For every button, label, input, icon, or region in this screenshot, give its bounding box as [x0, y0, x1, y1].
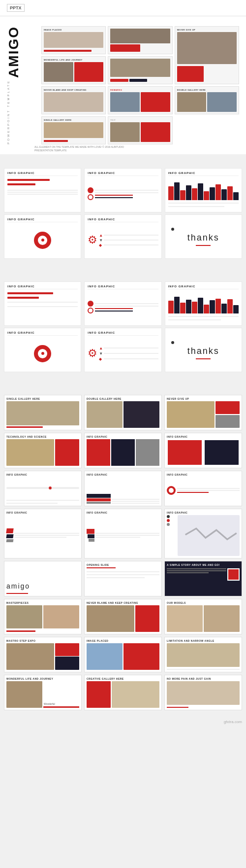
preview-wonderful[interactable]: WONDERFUL LIFE AND JOURNEY Wonderful	[4, 675, 82, 710]
info-card-4-title: INFO GRAPHIC	[7, 218, 78, 222]
section-gap-2	[0, 263, 246, 278]
preview-single-gallery[interactable]: SINGLE GALLERY HERE	[4, 395, 82, 430]
hero-branding: AMIGO POWERPOINT TEMPLATE	[7, 26, 36, 144]
watermark-bar: gfxtra.com	[0, 714, 246, 727]
preview-opening-slide[interactable]: OPENING SLIDE	[84, 561, 162, 596]
preview-info-iso2[interactable]: INFO GRAPHIC	[84, 509, 162, 558]
section-gap-1	[0, 154, 246, 164]
thanks-bar-1	[196, 245, 211, 246]
preview-limitation[interactable]: LIMITATION AND NARROW ANGLE	[164, 637, 242, 672]
section-gap-3	[0, 376, 246, 391]
preview-info-progress[interactable]: INFO GRAPHIC	[4, 471, 82, 506]
thanks-card-2: thanks	[165, 328, 242, 372]
preview-info-iso[interactable]: INFO GRAPHIC	[4, 509, 82, 558]
page-header: PPTX	[0, 0, 246, 16]
hero-slide-grid: IMAGE PLACED NEVER GIVE UP WONDERFUL LIF…	[41, 26, 239, 144]
preview-story[interactable]: A SIMPLE STORY ABOUT ME AND GO!	[164, 561, 242, 596]
preview-mastro[interactable]: MASTRO STEP EXPO	[4, 637, 82, 672]
slide-thumb-2[interactable]	[108, 26, 172, 54]
preview-never-blame[interactable]: NEVER BLAME AND KEEP CREATING	[84, 599, 162, 634]
watermark-text: gfxtra.com	[224, 720, 242, 724]
info-card-2-3: INFO GRAPHIC	[165, 281, 242, 326]
info-card-2-4: INFO GRAPHIC	[4, 328, 81, 372]
info-card-3: INFO GRAPHIC	[165, 168, 242, 212]
bottom-preview-grid: SINGLE GALLERY HERE DOUBLE GALLERY HERE …	[0, 391, 246, 714]
brand-title: AMIGO	[7, 26, 36, 78]
thanks-text-2: thanks	[187, 346, 219, 356]
info-card-2-5: INFO GRAPHIC ⚙ ▲ ▼ ◆	[84, 328, 161, 372]
slide-thumb-5[interactable]	[108, 56, 172, 84]
slide-thumb-1[interactable]: IMAGE PLACED	[41, 26, 106, 54]
hero-section: AMIGO POWERPOINT TEMPLATE IMAGE PLACED N…	[0, 16, 246, 154]
info-card-1: INFO GRAPHIC	[4, 168, 81, 212]
slide-thumb-4[interactable]: WONDERFUL LIFE AND JOURNEY	[41, 56, 106, 84]
slide-thumb-9[interactable]: SINGLE GALLERY HERE	[41, 116, 106, 144]
preview-info-circle2[interactable]: INFO GRAPHIC	[164, 471, 242, 506]
info-card-1-title: INFO GRAPHIC	[7, 172, 78, 176]
thanks-dot-1	[171, 228, 174, 231]
preview-image-placed[interactable]: IMAGE PLACED	[84, 637, 162, 672]
brand-subtitle: POWERPOINT TEMPLATE	[7, 80, 36, 144]
preview-info-bars2[interactable]: INFO GRAPHIC	[164, 433, 242, 468]
pptx-badge: PPTX	[7, 4, 25, 12]
preview-never-give-up[interactable]: NEVER GIVE UP	[164, 395, 242, 430]
thanks-dot-2	[171, 341, 174, 344]
preview-info-3bars[interactable]: INFO GRAPHIC	[84, 433, 162, 468]
info-card-2-title: INFO GRAPHIC	[88, 172, 158, 176]
slide-thumb-7[interactable]: Remarks	[108, 86, 172, 114]
preview-info-stack[interactable]: INFO GRAPHIC	[84, 471, 162, 506]
info-card-2-2: INFO GRAPHIC	[84, 281, 161, 326]
info-card-2: INFO GRAPHIC	[84, 168, 161, 212]
info-card-2-1: INFO GRAPHIC	[4, 281, 81, 326]
thanks-bar-2	[196, 358, 211, 359]
info-card-5: INFO GRAPHIC ⚙ ▲ ▼ ◆	[84, 214, 161, 259]
slide-thumb-8[interactable]: DOUBLE GALLERY HERE	[175, 86, 239, 114]
preview-creative-gallery[interactable]: CREATIVE GALLERY HERE	[84, 675, 162, 710]
slide-thumb-3[interactable]: NEVER GIVE UP	[175, 26, 239, 84]
preview-no-more-pain[interactable]: NO MORE PAIN AND JUST GAIN	[164, 675, 242, 710]
preview-masterpieces[interactable]: MASTERPIECES	[4, 599, 82, 634]
info-card-5-title: INFO GRAPHIC	[88, 218, 158, 222]
preview-technology[interactable]: TECHNOLOGY AND SCIENCE	[4, 433, 82, 468]
slide-thumb-10[interactable]: TKIT	[108, 116, 172, 144]
preview-double-gallery[interactable]: DOUBLE GALLERY HERE	[84, 395, 162, 430]
preview-info-map[interactable]: INFO GRAPHIC	[164, 509, 242, 558]
thanks-card-1: thanks	[165, 214, 242, 259]
info-card-4: INFO GRAPHIC	[4, 214, 81, 259]
thanks-text-1: thanks	[187, 233, 219, 243]
preview-our-models[interactable]: OUR MODELS	[164, 599, 242, 634]
hero-caption: ALL ELEMENT ON THE TEMPLATE WE MADE WITH…	[34, 145, 133, 152]
preview-amigo-open[interactable]: amigo	[4, 561, 82, 596]
info-card-3-title: INFO GRAPHIC	[168, 172, 239, 176]
slide-thumb-6[interactable]: NEVER BLAME AND KEEP CREATING	[41, 86, 106, 114]
